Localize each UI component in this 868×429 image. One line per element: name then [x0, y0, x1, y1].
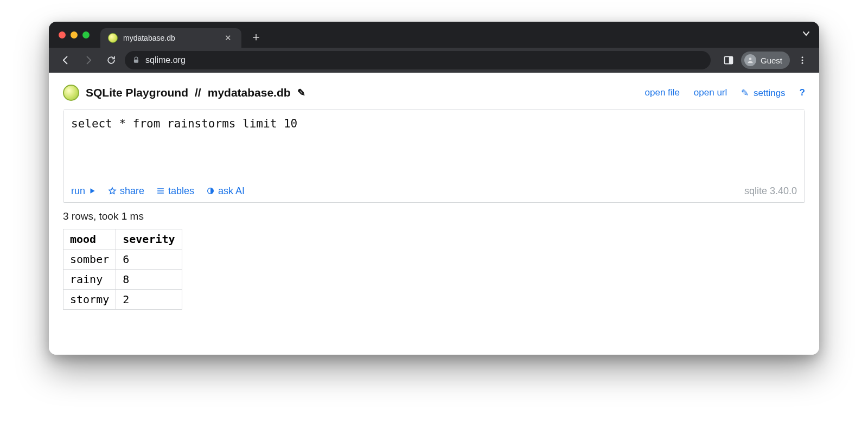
address-bar-row: sqlime.org Guest	[49, 48, 819, 73]
settings-icon: ✎	[741, 88, 749, 98]
list-icon	[156, 187, 165, 195]
table-row: stormy 2	[63, 289, 182, 309]
app-name: SQLite Playground	[86, 86, 188, 99]
ai-icon	[206, 187, 215, 195]
col-header: severity	[116, 229, 182, 249]
ask-ai-label: ask AI	[218, 185, 245, 197]
lime-favicon-icon	[108, 33, 118, 43]
address-bar[interactable]: sqlime.org	[125, 51, 711, 69]
side-panel-button[interactable]	[719, 51, 738, 69]
tables-button[interactable]: tables	[156, 185, 194, 197]
svg-point-6	[802, 62, 803, 64]
toolbar-right: Guest	[719, 51, 812, 69]
engine-version: sqlite 3.40.0	[744, 185, 797, 197]
tab-list-button[interactable]	[802, 29, 810, 38]
maximize-window-button[interactable]	[82, 31, 90, 39]
tables-label: tables	[168, 185, 194, 197]
profile-label: Guest	[761, 56, 782, 65]
run-label: run	[71, 185, 85, 197]
header-links: open file open url ✎ settings ?	[645, 87, 805, 99]
page-header: SQLite Playground // mydatabase.db ✎ ope…	[63, 85, 805, 101]
profile-button[interactable]: Guest	[741, 52, 790, 69]
results-table: mood severity somber 6 rainy 8 stormy 2	[63, 229, 182, 310]
svg-rect-0	[134, 60, 138, 63]
title-separator: //	[195, 86, 201, 99]
rename-db-button[interactable]: ✎	[297, 87, 305, 99]
open-url-link[interactable]: open url	[694, 87, 727, 98]
cell: stormy	[63, 289, 116, 309]
table-row: somber 6	[63, 249, 182, 269]
cell: rainy	[63, 269, 116, 289]
editor-toolbar: run share	[63, 181, 805, 202]
table-header-row: mood severity	[63, 229, 182, 249]
url-text: sqlime.org	[145, 55, 186, 65]
settings-label: settings	[754, 88, 786, 98]
minimize-window-button[interactable]	[71, 31, 78, 39]
svg-point-5	[802, 60, 803, 61]
reload-button[interactable]	[102, 51, 120, 69]
cell: somber	[63, 249, 116, 269]
window-controls	[59, 31, 90, 39]
cell: 8	[116, 269, 182, 289]
help-link[interactable]: ?	[800, 87, 805, 98]
cell: 2	[116, 289, 182, 309]
forward-button[interactable]	[79, 51, 98, 69]
svg-point-4	[802, 56, 803, 58]
ask-ai-button[interactable]: ask AI	[206, 185, 245, 197]
tab-title: mydatabase.db	[123, 34, 217, 42]
cell: 6	[116, 249, 182, 269]
share-label: share	[120, 185, 144, 197]
tab-strip: mydatabase.db ✕ ＋	[49, 22, 819, 48]
avatar-icon	[744, 54, 756, 66]
close-window-button[interactable]	[59, 31, 66, 39]
sql-input[interactable]	[63, 110, 805, 179]
play-icon	[88, 187, 96, 195]
page-content: SQLite Playground // mydatabase.db ✎ ope…	[49, 73, 819, 355]
settings-link[interactable]: ✎ settings	[741, 87, 785, 99]
lime-logo-icon	[63, 85, 79, 101]
status-text: 3 rows, took 1 ms	[63, 210, 805, 222]
open-file-link[interactable]: open file	[645, 87, 680, 98]
back-button[interactable]	[56, 51, 75, 69]
star-icon	[108, 187, 117, 195]
editor: run share	[63, 110, 805, 203]
close-tab-button[interactable]: ✕	[222, 32, 234, 44]
new-tab-button[interactable]: ＋	[248, 29, 264, 45]
db-name: mydatabase.db	[208, 86, 291, 99]
run-button[interactable]: run	[71, 185, 96, 197]
page-title-group: SQLite Playground // mydatabase.db ✎	[63, 85, 305, 101]
table-row: rainy 8	[63, 269, 182, 289]
browser-tab[interactable]: mydatabase.db ✕	[100, 28, 241, 48]
svg-rect-2	[729, 56, 733, 63]
browser-window: mydatabase.db ✕ ＋ sqlime.or	[49, 22, 819, 355]
col-header: mood	[63, 229, 116, 249]
chrome-menu-button[interactable]	[793, 51, 812, 69]
lock-icon	[132, 56, 140, 64]
svg-point-3	[749, 57, 752, 60]
share-button[interactable]: share	[108, 185, 144, 197]
